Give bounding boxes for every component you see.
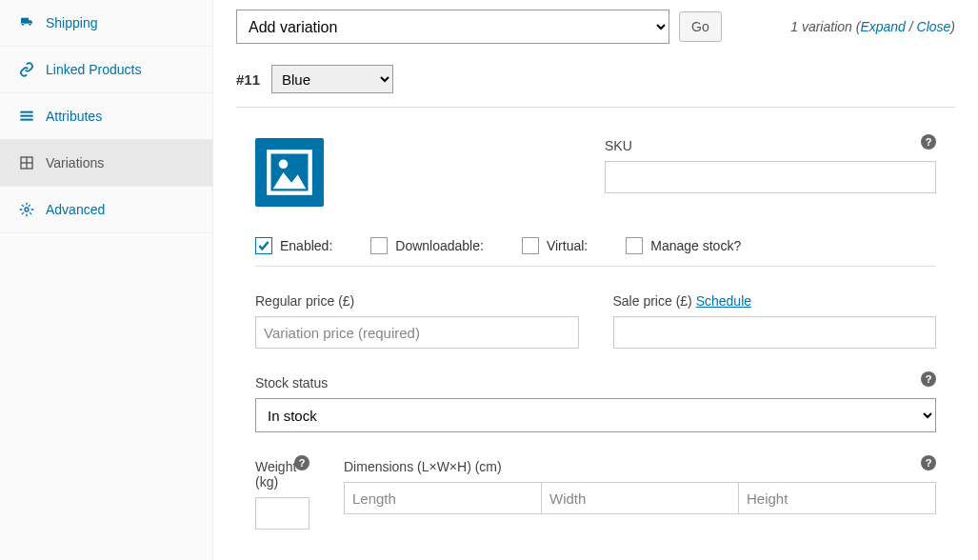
sidebar-item-label: Variations (46, 155, 104, 170)
grid-icon (19, 155, 34, 170)
checkbox-icon (626, 237, 643, 254)
weight-help-icon[interactable]: ? (294, 455, 309, 470)
sidebar-item-linked-products[interactable]: Linked Products (0, 47, 212, 93)
sidebar-item-label: Attributes (46, 109, 102, 124)
weight-input[interactable] (255, 497, 309, 530)
list-icon (19, 109, 34, 124)
regular-price-label: Regular price (£) (255, 293, 579, 309)
stock-status-help-icon[interactable]: ? (921, 371, 936, 387)
svg-rect-1 (20, 115, 32, 117)
go-button[interactable]: Go (679, 11, 722, 42)
expand-link[interactable]: Expand (860, 19, 905, 34)
sidebar-item-label: Shipping (46, 15, 98, 30)
manage-stock-checkbox[interactable]: Manage stock? (626, 237, 741, 254)
svg-point-8 (279, 160, 289, 170)
svg-point-6 (25, 208, 29, 211)
variation-image-placeholder[interactable] (255, 138, 324, 207)
svg-rect-2 (20, 119, 32, 121)
stock-status-select[interactable]: In stock (255, 398, 936, 432)
image-icon (265, 148, 314, 197)
checkbox-icon (255, 237, 272, 254)
virtual-checkbox[interactable]: Virtual: (522, 237, 588, 254)
add-variation-select[interactable]: Add variation (236, 10, 669, 44)
link-icon (19, 62, 34, 77)
checkbox-icon (522, 237, 539, 254)
sidebar-item-label: Linked Products (46, 62, 141, 77)
sku-input[interactable] (605, 161, 936, 193)
gear-icon (19, 202, 34, 217)
checkbox-icon (370, 237, 388, 254)
variation-id: #11 (236, 71, 260, 88)
sale-price-input[interactable] (613, 316, 937, 349)
sidebar-item-attributes[interactable]: Attributes (0, 93, 212, 140)
stock-status-label: Stock status (255, 375, 936, 390)
sale-price-label: Sale price (£) Schedule (613, 293, 937, 309)
regular-price-input[interactable] (255, 316, 579, 349)
width-input[interactable] (541, 482, 739, 514)
height-input[interactable] (738, 482, 936, 514)
sku-label: SKU (605, 138, 936, 153)
sidebar-item-variations[interactable]: Variations (0, 140, 212, 187)
dimensions-help-icon[interactable]: ? (921, 455, 936, 470)
sku-help-icon[interactable]: ? (921, 134, 936, 150)
sidebar-item-shipping[interactable]: Shipping (0, 0, 212, 47)
truck-icon (19, 15, 34, 30)
variation-count-text: 1 variation (Expand / Close) (790, 19, 955, 34)
downloadable-checkbox[interactable]: Downloadable: (370, 237, 484, 254)
length-input[interactable] (344, 482, 542, 514)
close-link[interactable]: Close (917, 19, 951, 34)
svg-rect-0 (20, 111, 32, 113)
schedule-link[interactable]: Schedule (696, 293, 751, 309)
sidebar-item-label: Advanced (46, 202, 105, 217)
sidebar-item-advanced[interactable]: Advanced (0, 187, 212, 233)
variation-attribute-select[interactable]: Blue (271, 65, 393, 93)
dimensions-label: Dimensions (L×W×H) (cm) (344, 459, 936, 474)
enabled-checkbox[interactable]: Enabled: (255, 237, 332, 254)
